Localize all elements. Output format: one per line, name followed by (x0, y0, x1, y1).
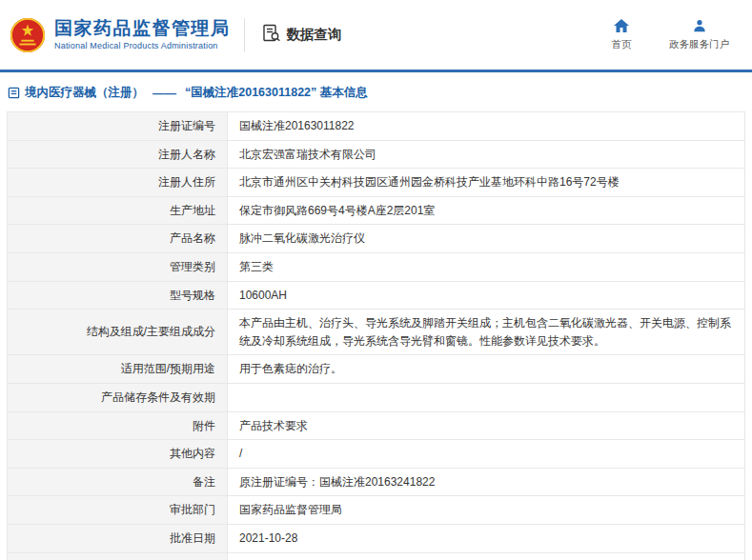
data-query-icon (262, 24, 281, 46)
row-label: 管理类别 (8, 252, 228, 281)
row-value (228, 383, 745, 411)
breadcrumb-section[interactable]: 境内医疗器械（注册） (25, 85, 144, 101)
national-emblem-icon (10, 17, 46, 53)
nav-home[interactable]: 首页 (602, 19, 640, 51)
table-row: 生效日期2021-12-15 (8, 552, 745, 560)
site-title-wrap: 国家药品监督管理局 National Medical Products Admi… (54, 18, 231, 50)
nav-portal[interactable]: 政务服务门户 (669, 19, 729, 51)
table-row: 注册证编号国械注准20163011822 (8, 112, 745, 141)
table-row: 注册人住所北京市通州区中关村科技园区通州园金桥科技产业基地环科中路16号72号楼 (8, 169, 745, 197)
row-value: 用于色素痣的治疗。 (228, 355, 745, 384)
table-row: 其他内容/ (8, 440, 745, 469)
row-label: 产品储存条件及有效期 (8, 383, 228, 411)
row-value: 2021-12-15 (228, 552, 745, 560)
row-label: 注册人名称 (8, 140, 228, 169)
row-label: 产品名称 (8, 225, 228, 253)
table-row: 适用范围/预期用途用于色素痣的治疗。 (8, 355, 745, 384)
row-value: 本产品由主机、治疗头、导光系统及脚踏开关组成；主机包含二氧化碳激光器、开关电源、… (228, 310, 745, 355)
table-row: 管理类别第三类 (8, 252, 745, 281)
row-value: 国家药品监督管理局 (228, 496, 745, 525)
row-value: 国械注准20163011822 (228, 112, 745, 141)
table-row: 结构及组成/主要组成成分本产品由主机、治疗头、导光系统及脚踏开关组成；主机包含二… (8, 310, 745, 355)
site-header: 国家药品监督管理局 National Medical Products Admi… (0, 0, 752, 70)
table-row: 产品储存条件及有效期 (8, 383, 745, 411)
info-table: 注册证编号国械注准20163011822注册人名称北京宏强富瑞技术有限公司注册人… (7, 111, 745, 560)
table-row: 注册人名称北京宏强富瑞技术有限公司 (8, 140, 745, 169)
header-divider (244, 18, 245, 52)
page: 国家药品监督管理局 National Medical Products Admi… (0, 0, 752, 560)
row-value: 产品技术要求 (228, 411, 745, 440)
table-row: 附件产品技术要求 (8, 411, 745, 440)
row-label: 其他内容 (8, 440, 228, 469)
nav-home-label: 首页 (612, 38, 632, 51)
row-value: 原注册证编号：国械注准20163241822 (228, 468, 745, 496)
row-value: 脉冲二氧化碳激光治疗仪 (228, 225, 745, 253)
site-subtitle: National Medical Products Administration (54, 41, 231, 50)
nav-portal-label: 政务服务门户 (669, 38, 729, 51)
row-label: 注册证编号 (8, 112, 228, 141)
table-row: 批准日期2021-10-28 (8, 524, 745, 552)
row-label: 生效日期 (8, 552, 228, 560)
row-value: 保定市御风路669号4号楼A座2层201室 (228, 196, 745, 225)
document-icon (8, 87, 20, 99)
row-label: 适用范围/预期用途 (8, 355, 228, 384)
row-label: 注册人住所 (8, 169, 228, 197)
table-row: 生产地址保定市御风路669号4号楼A座2层201室 (8, 196, 745, 225)
breadcrumb: 境内医疗器械（注册） —— “国械注准20163011822” 基本信息 (0, 72, 752, 110)
header-nav: 首页 政务服务门户 (602, 19, 729, 51)
row-value: 北京宏强富瑞技术有限公司 (228, 140, 745, 169)
row-label: 审批部门 (8, 496, 228, 525)
row-value: 第三类 (228, 252, 745, 281)
data-query-label: 数据查询 (287, 26, 342, 44)
table-row: 备注原注册证编号：国械注准20163241822 (8, 468, 745, 496)
table-row: 型号规格10600AH (8, 281, 745, 310)
table-row: 产品名称脉冲二氧化碳激光治疗仪 (8, 225, 745, 253)
row-label: 结构及组成/主要组成成分 (8, 310, 228, 355)
row-value: 10600AH (228, 281, 745, 310)
breadcrumb-current: “国械注准20163011822” 基本信息 (185, 85, 368, 101)
data-query-nav[interactable]: 数据查询 (262, 24, 342, 46)
logo-block[interactable]: 国家药品监督管理局 National Medical Products Admi… (10, 17, 231, 53)
row-value: / (228, 440, 745, 469)
site-title: 国家药品监督管理局 (54, 18, 231, 39)
row-label: 生产地址 (8, 196, 228, 225)
row-label: 型号规格 (8, 281, 228, 310)
row-value: 北京市通州区中关村科技园区通州园金桥科技产业基地环科中路16号72号楼 (228, 169, 745, 197)
home-icon (614, 19, 629, 34)
breadcrumb-dash: —— (152, 87, 176, 100)
row-label: 批准日期 (8, 524, 228, 552)
info-table-body: 注册证编号国械注准20163011822注册人名称北京宏强富瑞技术有限公司注册人… (8, 112, 745, 560)
row-label: 备注 (8, 468, 228, 496)
row-value: 2021-10-28 (228, 524, 745, 552)
row-label: 附件 (8, 411, 228, 440)
table-row: 审批部门国家药品监督管理局 (8, 496, 745, 525)
user-icon (692, 19, 707, 34)
